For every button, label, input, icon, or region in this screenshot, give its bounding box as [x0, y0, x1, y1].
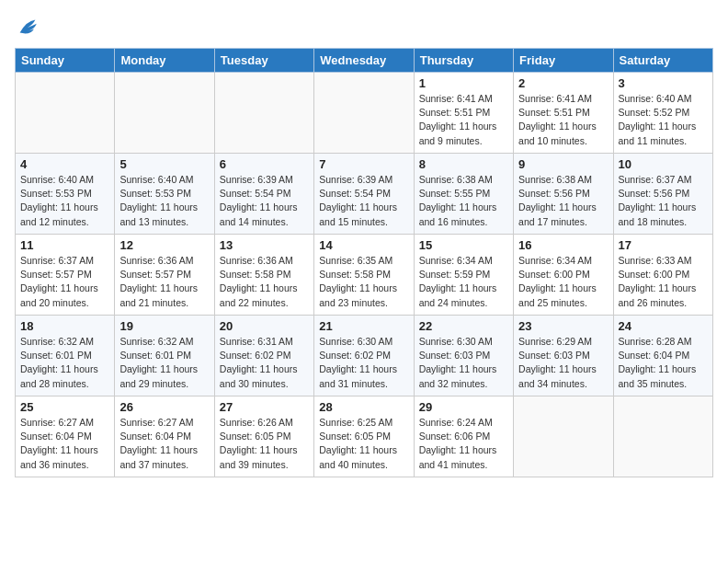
day-info: Sunrise: 6:37 AM Sunset: 5:56 PM Dayligh…	[619, 173, 708, 229]
day-info: Sunrise: 6:40 AM Sunset: 5:53 PM Dayligh…	[119, 173, 209, 229]
calendar-header-cell: Wednesday	[314, 49, 414, 73]
day-number: 9	[518, 157, 608, 171]
day-info: Sunrise: 6:34 AM Sunset: 5:59 PM Dayligh…	[419, 254, 508, 310]
calendar-week-row: 25Sunrise: 6:27 AM Sunset: 6:04 PM Dayli…	[16, 396, 713, 477]
day-info: Sunrise: 6:40 AM Sunset: 5:53 PM Dayligh…	[20, 173, 109, 229]
day-info: Sunrise: 6:39 AM Sunset: 5:54 PM Dayligh…	[220, 173, 309, 229]
day-info: Sunrise: 6:27 AM Sunset: 6:04 PM Dayligh…	[20, 416, 109, 472]
calendar-day-cell: 9Sunrise: 6:38 AM Sunset: 5:56 PM Daylig…	[514, 154, 613, 235]
day-info: Sunrise: 6:29 AM Sunset: 6:03 PM Dayligh…	[518, 335, 608, 391]
day-info: Sunrise: 6:30 AM Sunset: 6:02 PM Dayligh…	[319, 335, 408, 391]
day-info: Sunrise: 6:26 AM Sunset: 6:05 PM Dayligh…	[220, 416, 309, 472]
day-number: 29	[419, 400, 508, 414]
day-info: Sunrise: 6:38 AM Sunset: 5:56 PM Dayligh…	[518, 173, 608, 229]
day-info: Sunrise: 6:32 AM Sunset: 6:01 PM Dayligh…	[20, 335, 109, 391]
calendar-header-cell: Tuesday	[214, 49, 313, 73]
calendar-day-cell: 1Sunrise: 6:41 AM Sunset: 5:51 PM Daylig…	[414, 73, 513, 154]
day-number: 17	[619, 238, 708, 252]
calendar-day-cell: 21Sunrise: 6:30 AM Sunset: 6:02 PM Dayli…	[314, 316, 414, 396]
day-info: Sunrise: 6:24 AM Sunset: 6:06 PM Dayligh…	[419, 416, 508, 472]
calendar-header-cell: Monday	[115, 49, 214, 73]
day-info: Sunrise: 6:27 AM Sunset: 6:04 PM Dayligh…	[119, 416, 209, 472]
page-header	[15, 15, 713, 40]
day-number: 20	[220, 319, 309, 333]
day-info: Sunrise: 6:33 AM Sunset: 6:00 PM Dayligh…	[619, 254, 708, 310]
day-number: 28	[319, 400, 408, 414]
day-info: Sunrise: 6:28 AM Sunset: 6:04 PM Dayligh…	[619, 335, 708, 391]
day-number: 23	[518, 319, 608, 333]
calendar-day-cell: 17Sunrise: 6:33 AM Sunset: 6:00 PM Dayli…	[613, 235, 712, 316]
day-info: Sunrise: 6:38 AM Sunset: 5:55 PM Dayligh…	[419, 173, 508, 229]
calendar-day-cell: 15Sunrise: 6:34 AM Sunset: 5:59 PM Dayli…	[414, 235, 513, 316]
calendar-day-cell: 13Sunrise: 6:36 AM Sunset: 5:58 PM Dayli…	[214, 235, 313, 316]
calendar-day-cell: 22Sunrise: 6:30 AM Sunset: 6:03 PM Dayli…	[414, 316, 513, 396]
day-number: 24	[619, 319, 708, 333]
calendar-body: 1Sunrise: 6:41 AM Sunset: 5:51 PM Daylig…	[16, 73, 713, 477]
day-number: 11	[20, 238, 109, 252]
day-number: 13	[220, 238, 309, 252]
day-number: 16	[518, 238, 608, 252]
day-number: 21	[319, 319, 408, 333]
day-info: Sunrise: 6:41 AM Sunset: 5:51 PM Dayligh…	[419, 92, 508, 148]
day-number: 8	[419, 157, 508, 171]
calendar-day-cell	[115, 73, 214, 154]
day-info: Sunrise: 6:39 AM Sunset: 5:54 PM Dayligh…	[319, 173, 408, 229]
day-info: Sunrise: 6:41 AM Sunset: 5:51 PM Dayligh…	[518, 92, 608, 148]
calendar-day-cell: 19Sunrise: 6:32 AM Sunset: 6:01 PM Dayli…	[115, 316, 214, 396]
day-info: Sunrise: 6:25 AM Sunset: 6:05 PM Dayligh…	[319, 416, 408, 472]
day-number: 6	[220, 157, 309, 171]
calendar-day-cell: 18Sunrise: 6:32 AM Sunset: 6:01 PM Dayli…	[16, 316, 115, 396]
day-number: 4	[20, 157, 109, 171]
calendar-day-cell: 20Sunrise: 6:31 AM Sunset: 6:02 PM Dayli…	[214, 316, 313, 396]
day-number: 22	[419, 319, 508, 333]
day-info: Sunrise: 6:36 AM Sunset: 5:57 PM Dayligh…	[119, 254, 209, 310]
calendar-day-cell: 27Sunrise: 6:26 AM Sunset: 6:05 PM Dayli…	[214, 396, 313, 477]
day-number: 18	[20, 319, 109, 333]
calendar-header-cell: Friday	[514, 49, 613, 73]
calendar-day-cell	[514, 396, 613, 477]
calendar-table: SundayMondayTuesdayWednesdayThursdayFrid…	[15, 48, 713, 477]
calendar-day-cell	[214, 73, 313, 154]
calendar-day-cell: 14Sunrise: 6:35 AM Sunset: 5:58 PM Dayli…	[314, 235, 414, 316]
day-info: Sunrise: 6:34 AM Sunset: 6:00 PM Dayligh…	[518, 254, 608, 310]
calendar-day-cell: 6Sunrise: 6:39 AM Sunset: 5:54 PM Daylig…	[214, 154, 313, 235]
calendar-day-cell: 24Sunrise: 6:28 AM Sunset: 6:04 PM Dayli…	[613, 316, 712, 396]
calendar-week-row: 1Sunrise: 6:41 AM Sunset: 5:51 PM Daylig…	[16, 73, 713, 154]
calendar-day-cell: 12Sunrise: 6:36 AM Sunset: 5:57 PM Dayli…	[115, 235, 214, 316]
day-number: 10	[619, 157, 708, 171]
calendar-day-cell: 25Sunrise: 6:27 AM Sunset: 6:04 PM Dayli…	[16, 396, 115, 477]
day-number: 25	[20, 400, 109, 414]
calendar-day-cell: 11Sunrise: 6:37 AM Sunset: 5:57 PM Dayli…	[16, 235, 115, 316]
calendar-day-cell	[16, 73, 115, 154]
day-number: 15	[419, 238, 508, 252]
day-number: 19	[119, 319, 209, 333]
calendar-header-row: SundayMondayTuesdayWednesdayThursdayFrid…	[16, 49, 713, 73]
calendar-day-cell: 3Sunrise: 6:40 AM Sunset: 5:52 PM Daylig…	[613, 73, 712, 154]
calendar-day-cell: 29Sunrise: 6:24 AM Sunset: 6:06 PM Dayli…	[414, 396, 513, 477]
day-number: 14	[319, 238, 408, 252]
calendar-week-row: 18Sunrise: 6:32 AM Sunset: 6:01 PM Dayli…	[16, 316, 713, 396]
calendar-day-cell: 28Sunrise: 6:25 AM Sunset: 6:05 PM Dayli…	[314, 396, 414, 477]
calendar-day-cell: 7Sunrise: 6:39 AM Sunset: 5:54 PM Daylig…	[314, 154, 414, 235]
calendar-day-cell: 2Sunrise: 6:41 AM Sunset: 5:51 PM Daylig…	[514, 73, 613, 154]
day-info: Sunrise: 6:36 AM Sunset: 5:58 PM Dayligh…	[220, 254, 309, 310]
calendar-week-row: 4Sunrise: 6:40 AM Sunset: 5:53 PM Daylig…	[16, 154, 713, 235]
calendar-day-cell: 5Sunrise: 6:40 AM Sunset: 5:53 PM Daylig…	[115, 154, 214, 235]
calendar-day-cell	[613, 396, 712, 477]
day-number: 5	[119, 157, 209, 171]
day-number: 2	[518, 76, 608, 90]
day-info: Sunrise: 6:40 AM Sunset: 5:52 PM Dayligh…	[619, 92, 708, 148]
calendar-header-cell: Sunday	[16, 49, 115, 73]
calendar-day-cell: 10Sunrise: 6:37 AM Sunset: 5:56 PM Dayli…	[613, 154, 712, 235]
day-number: 1	[419, 76, 508, 90]
calendar-day-cell: 16Sunrise: 6:34 AM Sunset: 6:00 PM Dayli…	[514, 235, 613, 316]
day-info: Sunrise: 6:37 AM Sunset: 5:57 PM Dayligh…	[20, 254, 109, 310]
day-number: 12	[119, 238, 209, 252]
calendar-day-cell	[314, 73, 414, 154]
day-number: 26	[119, 400, 209, 414]
calendar-header-cell: Thursday	[414, 49, 513, 73]
calendar-week-row: 11Sunrise: 6:37 AM Sunset: 5:57 PM Dayli…	[16, 235, 713, 316]
logo-bird-icon	[15, 15, 40, 40]
calendar-day-cell: 23Sunrise: 6:29 AM Sunset: 6:03 PM Dayli…	[514, 316, 613, 396]
day-info: Sunrise: 6:31 AM Sunset: 6:02 PM Dayligh…	[220, 335, 309, 391]
